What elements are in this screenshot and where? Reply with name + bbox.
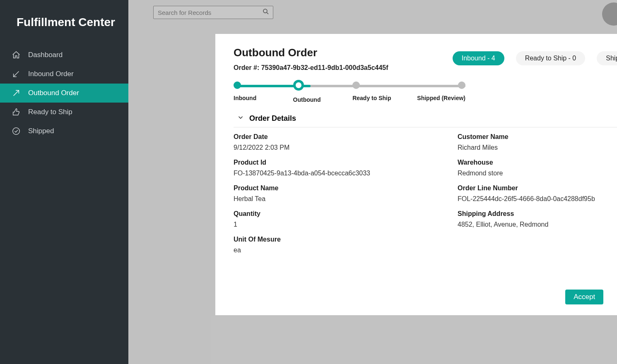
step-label: Shipped (Review)	[417, 95, 465, 101]
step-dot-icon	[293, 80, 304, 91]
customer-name-value: Richard Miles	[458, 144, 617, 151]
product-name-value: Herbal Tea	[234, 195, 441, 203]
uom-label: Unit Of Mesure	[234, 236, 441, 243]
status-pills: Inbound - 4 Ready to Ship - 0 Shipped - …	[453, 51, 617, 65]
sidebar: Fulfillment Center Dashboard Inbound Ord…	[0, 0, 128, 364]
sidebar-item-label: Outbound Order	[28, 89, 79, 97]
step-label: Outbound	[293, 96, 321, 103]
step-outbound: Outbound	[293, 81, 353, 103]
order-details: Order Date 9/12/2022 2:03 PM Product Id …	[234, 133, 617, 261]
details-right-column: Customer Name Richard Miles Warehouse Re…	[458, 133, 617, 261]
section-title: Order Details	[249, 114, 296, 123]
order-date-value: 9/12/2022 2:03 PM	[234, 144, 441, 151]
modal-title: Outbound Order	[234, 46, 388, 59]
quantity-label: Quantity	[234, 210, 441, 218]
section-header[interactable]: Order Details	[234, 112, 617, 127]
step-ready: Ready to Ship	[352, 81, 412, 103]
sidebar-item-label: Dashboard	[28, 51, 63, 59]
accept-button[interactable]: Accept	[565, 290, 603, 304]
step-dot-icon	[234, 81, 241, 89]
order-number: Order #: 75390a47-9b32-ed11-9db1-000d3a5…	[234, 64, 388, 72]
step-label: Inbound	[234, 95, 256, 101]
ship-addr-label: Shipping Address	[458, 210, 617, 218]
pill-shipped[interactable]: Shipped - 11	[597, 51, 617, 65]
step-label: Ready to Ship	[352, 95, 391, 101]
sidebar-item-shipped[interactable]: Shipped	[0, 122, 128, 141]
outbound-order-modal: Outbound Order Order #: 75390a47-9b32-ed…	[215, 34, 617, 315]
sidebar-item-outbound[interactable]: Outbound Order	[0, 84, 128, 103]
order-date-label: Order Date	[234, 133, 441, 141]
product-id-label: Product Id	[234, 159, 441, 166]
step-dot-icon	[352, 81, 360, 89]
product-name-label: Product Name	[234, 184, 441, 192]
progress-stepper: Inbound Outbound Ready to Ship Shipped (…	[234, 81, 465, 103]
thumbs-up-icon	[12, 108, 21, 117]
pill-ready[interactable]: Ready to Ship - 0	[516, 51, 586, 65]
arrow-out-icon	[12, 89, 21, 98]
step-inbound: Inbound	[234, 81, 293, 103]
step-shipped: Shipped (Review)	[412, 81, 465, 103]
order-line-value: FOL-225444dc-26f5-4666-8da0-0ac4288df95b	[458, 195, 617, 203]
customer-name-label: Customer Name	[458, 133, 617, 141]
sidebar-item-inbound[interactable]: Inbound Order	[0, 65, 128, 84]
ship-addr-value: 4852, Elliot, Avenue, Redmond	[458, 221, 617, 228]
arrow-in-icon	[12, 69, 21, 79]
home-icon	[12, 50, 21, 60]
app-title: Fulfillment Center	[0, 8, 128, 46]
chevron-down-icon	[237, 114, 244, 123]
svg-point-0	[13, 128, 20, 135]
pill-inbound[interactable]: Inbound - 4	[453, 51, 504, 65]
product-id-value: FO-13870425-9a13-4bda-a054-bcecca6c3033	[234, 170, 441, 177]
modal-footer: Accept Decline Order	[565, 290, 617, 304]
main-area: Outbound Order Order #: 75390a47-9b32-ed…	[128, 0, 617, 364]
warehouse-label: Warehouse	[458, 159, 617, 166]
nav-list: Dashboard Inbound Order Outbound Order R…	[0, 46, 128, 141]
quantity-value: 1	[234, 221, 441, 228]
warehouse-value: Redmond store	[458, 170, 617, 177]
check-circle-icon	[12, 127, 21, 136]
sidebar-item-ready[interactable]: Ready to Ship	[0, 103, 128, 122]
details-left-column: Order Date 9/12/2022 2:03 PM Product Id …	[234, 133, 441, 261]
order-line-label: Order Line Number	[458, 184, 617, 192]
sidebar-item-dashboard[interactable]: Dashboard	[0, 46, 128, 65]
uom-value: ea	[234, 247, 441, 254]
sidebar-item-label: Shipped	[28, 127, 54, 135]
step-dot-icon	[458, 81, 465, 89]
sidebar-item-label: Inbound Order	[28, 70, 74, 78]
sidebar-item-label: Ready to Ship	[28, 108, 72, 116]
